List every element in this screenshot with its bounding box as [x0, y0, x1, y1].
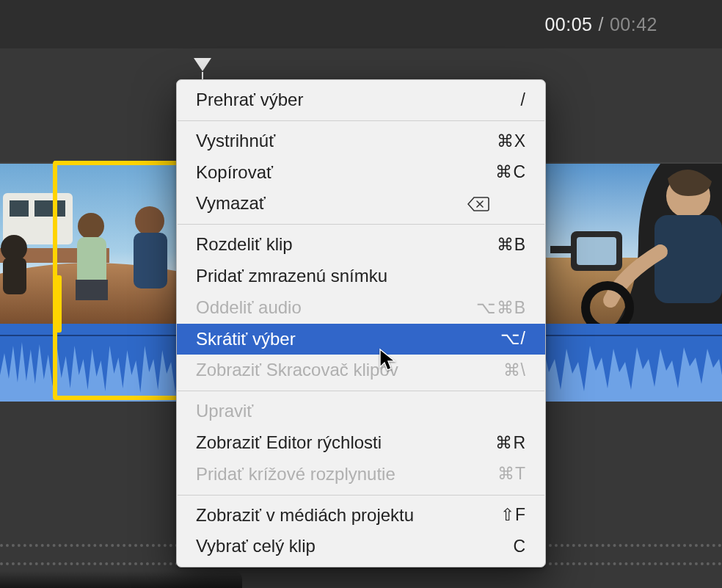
toolbar-timecode: 00:05 / 00:42: [0, 0, 722, 48]
menu-item-split-clip[interactable]: Rozdeliť klip ⌘B: [177, 229, 545, 261]
menu-label: Vystrihnúť: [196, 128, 275, 154]
menu-shortcut: ⌥/: [467, 327, 526, 351]
svg-marker-31: [194, 58, 211, 71]
menu-label: Vymazať: [196, 191, 266, 217]
svg-rect-24: [577, 237, 616, 265]
menu-label: Rozdeliť klip: [196, 232, 293, 258]
svg-point-8: [78, 213, 104, 239]
menu-shortcut: ⌘T: [467, 462, 526, 486]
menu-separator: [178, 224, 544, 225]
menu-shortcut: ⌘R: [467, 431, 526, 455]
menu-item-reveal-in-media[interactable]: Zobraziť v médiách projektu ⇧F: [177, 500, 545, 531]
context-menu: Prehrať výber / Vystrihnúť ⌘X Kopírovať …: [176, 79, 546, 567]
menu-item-add-freeze-frame[interactable]: Pridať zmrazenú snímku: [177, 261, 545, 292]
menu-separator: [178, 120, 544, 121]
svg-rect-4: [10, 200, 29, 217]
menu-shortcut: C: [467, 534, 526, 559]
menu-label: Prehrať výber: [196, 87, 303, 113]
menu-item-copy[interactable]: Kopírovať ⌘C: [177, 157, 545, 189]
menu-item-play-selection[interactable]: Prehrať výber /: [177, 84, 545, 116]
menu-item-add-crossfade: Pridať krížové rozplynutie ⌘T: [177, 459, 545, 490]
menu-shortcut: ⌥⌘B: [467, 296, 526, 320]
menu-label: Zobraziť v médiách projektu: [196, 503, 414, 529]
menu-item-delete[interactable]: Vymazať: [177, 188, 545, 219]
menu-item-trim-selection[interactable]: Skrátiť výber ⌥/: [177, 324, 545, 355]
menu-label: Skrátiť výber: [196, 327, 296, 352]
menu-item-show-speed-editor[interactable]: Zobraziť Editor rýchlosti ⌘R: [177, 427, 545, 459]
timecode-total: 00:42: [610, 14, 657, 35]
menu-shortcut: ⌘C: [467, 160, 526, 184]
menu-shortcut: ⇧F: [467, 503, 526, 527]
svg-point-11: [135, 206, 164, 236]
svg-rect-10: [76, 280, 108, 300]
menu-label: Zobraziť Skracovač klipov: [196, 357, 398, 383]
menu-item-adjust: Upraviť: [177, 396, 545, 427]
menu-separator: [178, 391, 544, 391]
menu-label: Upraviť: [196, 399, 253, 424]
svg-rect-12: [134, 233, 167, 288]
menu-label: Pridať krížové rozplynutie: [196, 462, 395, 487]
menu-item-select-entire-clip[interactable]: Vybrať celý klip C: [177, 531, 545, 562]
playhead-icon[interactable]: [192, 55, 213, 76]
menu-label: Oddeliť audio: [196, 295, 302, 321]
delete-key-icon: [467, 196, 526, 212]
menu-shortcut: ⌘B: [467, 233, 526, 257]
shadow: [0, 570, 242, 588]
timecode-current: 00:05: [544, 14, 592, 35]
menu-label: Zobraziť Editor rýchlosti: [196, 430, 382, 456]
menu-separator: [178, 495, 544, 496]
timecode-separator: /: [592, 14, 609, 35]
svg-rect-25: [550, 246, 572, 253]
svg-rect-27: [654, 215, 722, 303]
menu-item-detach-audio: Oddeliť audio ⌥⌘B: [177, 292, 545, 324]
menu-shortcut: ⌘X: [467, 129, 526, 153]
menu-label: Pridať zmrazenú snímku: [196, 264, 387, 289]
menu-label: Vybrať celý klip: [196, 534, 316, 559]
svg-rect-5: [34, 200, 65, 217]
svg-point-6: [1, 235, 27, 261]
menu-item-cut[interactable]: Vystrihnúť ⌘X: [177, 126, 545, 157]
menu-shortcut: ⌘\: [467, 358, 526, 382]
menu-shortcut: /: [467, 88, 526, 112]
svg-rect-7: [3, 258, 26, 294]
menu-label: Kopírovať: [196, 160, 273, 186]
menu-item-show-clip-trimmer: Zobraziť Skracovač klipov ⌘\: [177, 355, 545, 386]
